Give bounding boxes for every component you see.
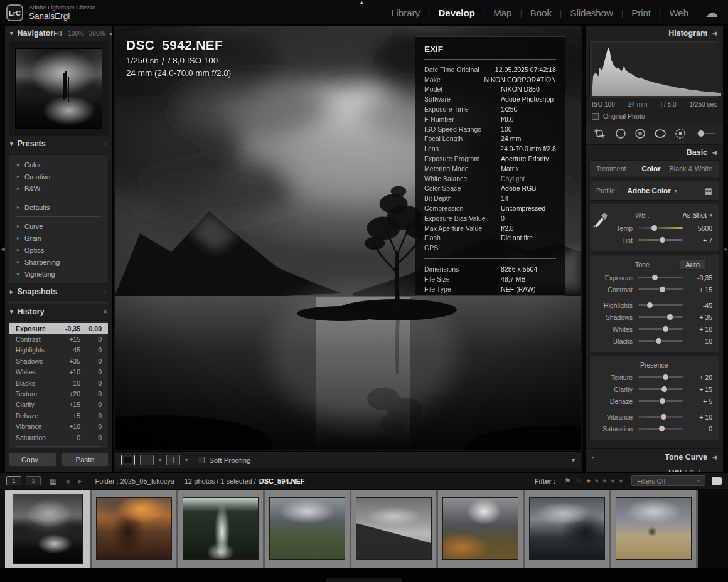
filmstrip-thumbnail[interactable] xyxy=(616,497,692,560)
clarity-slider-knob[interactable] xyxy=(661,386,668,393)
zoom-fit-button[interactable]: FIT xyxy=(53,30,63,37)
shadows-slider-knob[interactable] xyxy=(666,314,673,320)
zoom-more-icon[interactable]: ▸▏ xyxy=(110,29,113,38)
preset-group-vignetting[interactable]: ▸Vignetting xyxy=(9,268,108,280)
texture-slider-knob[interactable] xyxy=(662,374,669,381)
filmstrip-cell[interactable] xyxy=(92,490,178,568)
filmstrip-thumbnail[interactable] xyxy=(529,497,605,560)
exposure-value[interactable]: -0,35 xyxy=(688,274,712,282)
whites-value[interactable]: + 10 xyxy=(688,325,712,333)
preset-group-bw[interactable]: ▸B&W xyxy=(9,183,108,194)
blacks-value[interactable]: -10 xyxy=(688,337,712,345)
original-photo-control[interactable]: Original Photo xyxy=(586,108,723,124)
collapse-right-panel-icon[interactable]: ▸ xyxy=(724,246,727,252)
history-step[interactable]: Vibrance+100 xyxy=(9,421,108,432)
temp-slider-knob[interactable] xyxy=(651,225,658,231)
profile-select[interactable]: Adobe Color xyxy=(628,187,671,194)
presets-header[interactable]: ▾ Presets + xyxy=(5,136,112,151)
preset-group-optics[interactable]: ▸Optics xyxy=(9,244,108,256)
paste-button[interactable]: Paste xyxy=(62,452,109,467)
vibrance-value[interactable]: + 10 xyxy=(688,413,712,421)
shadows-value[interactable]: + 35 xyxy=(688,314,712,321)
history-step[interactable]: Exposure-0,350,00 xyxy=(9,323,108,334)
rating-star-icon[interactable]: ★ xyxy=(586,477,591,484)
filmstrip-cell[interactable] xyxy=(351,490,438,568)
rating-star-icon[interactable]: ★ xyxy=(602,477,608,484)
soft-proofing-checkbox[interactable] xyxy=(198,457,205,463)
texture-slider[interactable] xyxy=(638,376,683,378)
filmstrip-cell[interactable] xyxy=(611,490,698,568)
soft-proofing-control[interactable]: Soft Proofing xyxy=(198,457,250,464)
filters-off-dropdown[interactable]: Filters Off ▾ xyxy=(631,475,705,486)
clarity-slider[interactable] xyxy=(638,388,683,390)
preset-group-grain[interactable]: ▸Grain xyxy=(9,232,108,244)
vibrance-slider[interactable] xyxy=(638,416,683,418)
original-photo-checkbox[interactable] xyxy=(592,113,599,120)
redeye-tool-icon[interactable] xyxy=(634,128,646,139)
histogram-display[interactable] xyxy=(589,41,719,98)
filmstrip-thumbnail[interactable] xyxy=(183,497,259,560)
vibrance-slider-knob[interactable] xyxy=(660,413,667,420)
module-map[interactable]: Map xyxy=(485,8,520,18)
clear-history-icon[interactable]: × xyxy=(104,308,107,315)
dehaze-slider[interactable] xyxy=(638,400,683,402)
history-step[interactable]: Saturation00 xyxy=(9,432,108,443)
cloud-sync-icon[interactable]: ☁ xyxy=(705,5,718,20)
filmstrip-thumbnail[interactable] xyxy=(96,497,172,560)
preset-group-curve[interactable]: ▸Curve xyxy=(9,220,108,232)
history-step[interactable]: Dehaze+50 xyxy=(9,410,108,421)
highlights-slider[interactable] xyxy=(638,304,683,306)
dropdown-arrow-icon[interactable]: ▾ xyxy=(185,457,188,463)
history-step[interactable]: Shadows+350 xyxy=(9,356,108,366)
wb-select[interactable]: As Shot xyxy=(682,211,707,219)
toolbar-chevron-icon[interactable]: ▾ xyxy=(572,457,575,463)
saturation-slider[interactable] xyxy=(638,428,683,430)
collapse-left-panel-icon[interactable]: ◀ xyxy=(1,246,5,252)
history-step[interactable]: Contrast+150 xyxy=(9,334,108,344)
filmstrip-thumbnail[interactable] xyxy=(269,497,345,560)
treatment-bw-option[interactable]: Black & White xyxy=(670,165,712,172)
grid-view-icon[interactable]: ▦ xyxy=(50,477,56,485)
rating-star-icon[interactable]: ★ xyxy=(594,477,599,484)
blacks-slider-knob[interactable] xyxy=(655,337,662,344)
history-step[interactable]: Highlights-450 xyxy=(9,345,108,356)
flag-reject-filter-icon[interactable]: ⚐ xyxy=(575,477,582,485)
exposure-slider[interactable] xyxy=(638,277,683,278)
filmstrip-cell[interactable] xyxy=(438,490,525,568)
create-preset-icon[interactable]: + xyxy=(104,140,107,147)
filmstrip-cell[interactable] xyxy=(265,490,351,568)
auto-tone-button[interactable]: Auto xyxy=(679,260,706,270)
crop-tool-icon[interactable] xyxy=(594,128,607,139)
folder-breadcrumb[interactable]: Folder : 2025_05_Iskocya xyxy=(95,477,174,485)
whites-slider-knob[interactable] xyxy=(662,325,669,332)
module-book[interactable]: Book xyxy=(522,8,560,18)
filmstrip-cell[interactable] xyxy=(525,490,611,568)
profile-browser-icon[interactable]: ▦ xyxy=(705,186,712,196)
preset-amount-icon[interactable] xyxy=(675,128,686,139)
temp-value[interactable]: 5600 xyxy=(688,225,712,232)
rating-star-icon[interactable]: ★ xyxy=(618,477,624,484)
preset-group-color[interactable]: ▸Color xyxy=(9,159,108,171)
amount-slider[interactable] xyxy=(697,133,715,134)
exposure-slider-knob[interactable] xyxy=(651,274,658,281)
saturation-slider-knob[interactable] xyxy=(658,425,665,432)
history-step[interactable]: Clarity+150 xyxy=(9,399,108,410)
history-step[interactable]: Texture+200 xyxy=(9,388,108,399)
history-step[interactable]: Blacks-100 xyxy=(9,378,108,388)
zoom-300-button[interactable]: 300% xyxy=(89,30,105,37)
shadows-slider[interactable] xyxy=(638,316,683,318)
filmstrip-cell[interactable] xyxy=(178,490,265,568)
highlights-slider-knob[interactable] xyxy=(646,302,653,309)
treatment-color-option[interactable]: Color xyxy=(642,165,661,172)
rating-star-icon[interactable]: ★ xyxy=(610,477,616,484)
filmstrip-thumbnail[interactable] xyxy=(13,494,83,564)
loupe-view-icon[interactable] xyxy=(121,455,135,465)
wb-eyedropper-icon[interactable] xyxy=(592,209,611,228)
contrast-slider[interactable] xyxy=(638,288,683,290)
next-photo-icon[interactable]: ▸ xyxy=(78,477,82,485)
filter-toggle-switch[interactable] xyxy=(712,477,722,485)
snapshots-header[interactable]: ▸ Snapshots + xyxy=(5,284,112,299)
whites-slider[interactable] xyxy=(638,328,683,330)
collapse-top-panel-icon[interactable]: ▴ xyxy=(360,0,363,5)
chevron-down-icon[interactable]: ▾ xyxy=(710,213,712,218)
